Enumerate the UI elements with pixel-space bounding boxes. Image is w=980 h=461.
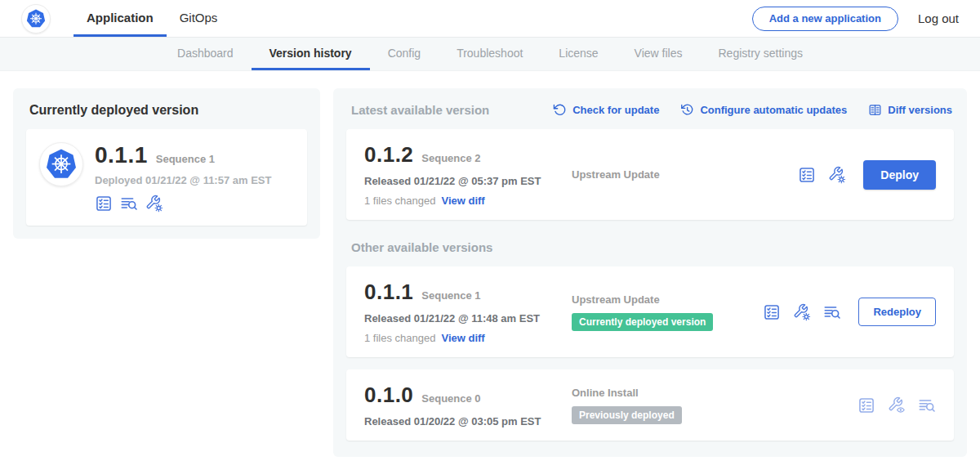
subnav-troubleshoot[interactable]: Troubleshoot (439, 38, 541, 70)
released-timestamp: Released 01/20/22 @ 03:05 pm EST (364, 415, 554, 427)
top-header: Application GitOps Add a new application… (0, 0, 980, 38)
preflight-checklist-icon[interactable] (95, 195, 113, 213)
sequence-label: Sequence 0 (421, 392, 480, 405)
check-for-update-link[interactable]: Check for update (553, 103, 659, 117)
subnav-config[interactable]: Config (370, 38, 439, 70)
view-logs-icon[interactable] (918, 396, 936, 414)
kubernetes-logo-icon (21, 4, 51, 34)
preflight-checklist-icon[interactable] (763, 303, 781, 321)
version-number: 0.1.2 (364, 142, 413, 168)
diff-versions-link[interactable]: Diff versions (868, 103, 952, 117)
view-config-icon[interactable] (888, 396, 906, 414)
add-new-application-button[interactable]: Add a new application (752, 7, 898, 31)
version-row-0-1-1: 0.1.1 Sequence 1 Released 01/21/22 @ 11:… (346, 266, 954, 357)
deployed-sequence-label: Sequence 1 (156, 153, 215, 165)
redeploy-button[interactable]: Redeploy (858, 298, 936, 326)
view-diff-link[interactable]: View diff (441, 195, 484, 207)
released-timestamp: Released 01/21/22 @ 05:37 pm EST (364, 175, 554, 187)
tab-gitops[interactable]: GitOps (167, 0, 231, 37)
version-history-panel: Latest available version Check for updat… (333, 88, 967, 457)
header-tabs: Application GitOps (74, 0, 230, 37)
edit-config-icon[interactable] (793, 303, 811, 321)
currently-deployed-panel: Currently deployed version 0.1.1 Sequenc… (13, 88, 320, 239)
app-logo (21, 0, 51, 37)
view-logs-icon[interactable] (823, 303, 841, 321)
edit-config-icon[interactable] (828, 166, 846, 184)
files-changed-label: 1 files changed (364, 332, 435, 344)
logout-button[interactable]: Log out (918, 11, 959, 25)
deployed-timestamp: Deployed 01/21/22 @ 11:57 am EST (95, 174, 271, 186)
version-number: 0.1.1 (364, 280, 413, 305)
preflight-checklist-icon[interactable] (858, 396, 875, 414)
files-changed-label: 1 files changed (364, 195, 435, 207)
subnav-registry-settings[interactable]: Registry settings (701, 38, 821, 70)
currently-deployed-title: Currently deployed version (29, 103, 307, 118)
clock-refresh-icon (680, 103, 694, 117)
version-number: 0.1.0 (364, 383, 413, 408)
tab-application[interactable]: Application (74, 0, 167, 37)
subnav-license[interactable]: License (541, 38, 616, 70)
latest-available-heading: Latest available version (351, 103, 489, 117)
edit-config-icon[interactable] (145, 195, 163, 213)
released-timestamp: Released 01/21/22 @ 11:48 am EST (364, 312, 554, 324)
version-row-0-1-0: 0.1.0 Sequence 0 Released 01/20/22 @ 03:… (346, 369, 954, 441)
subnav-dashboard[interactable]: Dashboard (159, 38, 252, 70)
subnav-view-files[interactable]: View files (617, 38, 701, 70)
refresh-icon (553, 103, 567, 117)
kubernetes-app-icon (39, 142, 83, 186)
version-source-label: Upstream Update (572, 168, 798, 181)
previously-deployed-badge: Previously deployed (572, 406, 682, 424)
other-available-heading: Other available versions (351, 240, 954, 254)
configure-automatic-updates-link[interactable]: Configure automatic updates (680, 103, 847, 117)
diff-table-icon (868, 103, 882, 117)
view-logs-icon[interactable] (120, 195, 138, 213)
app-subnav: Dashboard Version history Config Trouble… (0, 38, 980, 71)
subnav-version-history[interactable]: Version history (252, 38, 370, 70)
currently-deployed-badge: Currently deployed version (572, 313, 713, 331)
deployed-version-number: 0.1.1 (95, 142, 148, 168)
sequence-label: Sequence 2 (421, 152, 480, 164)
version-row-0-1-2: 0.1.2 Sequence 2 Released 01/21/22 @ 05:… (346, 129, 954, 220)
version-source-label: Upstream Update (572, 293, 763, 306)
preflight-checklist-icon[interactable] (798, 166, 816, 184)
version-source-label: Online Install (572, 387, 858, 399)
deployed-version-card: 0.1.1 Sequence 1 Deployed 01/21/22 @ 11:… (26, 129, 307, 226)
sequence-label: Sequence 1 (421, 289, 480, 302)
deploy-button[interactable]: Deploy (863, 160, 936, 190)
view-diff-link[interactable]: View diff (441, 332, 484, 344)
